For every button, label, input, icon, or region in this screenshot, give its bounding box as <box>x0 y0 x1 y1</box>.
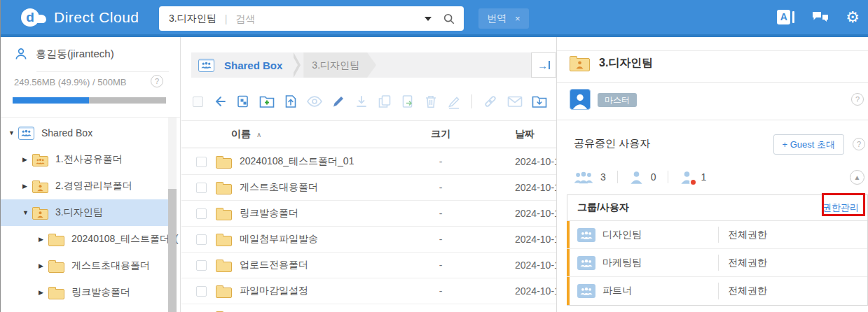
directcloud-logo[interactable]: d Direct Cloud <box>21 8 139 27</box>
tree-expand-arrow[interactable]: ▼ <box>8 129 18 136</box>
folder-icon <box>48 262 64 273</box>
translate-filter-chip[interactable]: 번역 × <box>478 8 529 29</box>
master-help-icon[interactable]: ? <box>851 93 864 106</box>
back-icon[interactable] <box>212 94 228 109</box>
file-row[interactable]: 게스트초대용폴더 - 2024-10-15 1 <box>181 175 556 201</box>
mail-icon[interactable] <box>507 94 523 108</box>
move-icon[interactable] <box>400 94 415 109</box>
tree-item[interactable]: ▼ Shared Box <box>0 120 168 146</box>
rename-pencil-icon[interactable] <box>331 94 346 109</box>
tree-item[interactable]: ▶ 메일첨부파일발송 <box>0 306 168 312</box>
user-count-icon <box>629 170 644 185</box>
new-folder-icon[interactable] <box>259 94 275 109</box>
row-checkbox[interactable] <box>196 260 207 271</box>
download-icon[interactable] <box>354 94 369 109</box>
group-row[interactable]: 디자인팀 전체권한 <box>567 221 867 249</box>
search-input[interactable] <box>235 13 425 24</box>
sidebar: 홍길동(jirantech) 249.56MB (49.9%) / 500MB … <box>0 37 181 312</box>
divider <box>668 171 668 183</box>
translator-icon[interactable]: A <box>777 10 795 24</box>
upload-icon[interactable] <box>283 94 298 109</box>
user-icon <box>14 47 28 61</box>
divider <box>557 120 868 120</box>
preview-eye-icon[interactable] <box>306 94 323 108</box>
row-checkbox[interactable] <box>196 234 207 245</box>
group-icon <box>577 228 595 242</box>
file-row[interactable] <box>181 304 556 312</box>
toolbar-separator <box>471 94 472 108</box>
tree-expand-arrow[interactable]: ▶ <box>22 156 32 163</box>
group-permission: 전체권한 <box>728 285 767 297</box>
link-icon[interactable] <box>482 94 499 109</box>
group-count: 3 <box>600 171 606 183</box>
folder-people-icon <box>32 156 48 166</box>
group-row[interactable]: 마케팅팀 전체권한 <box>567 249 867 277</box>
search-scope: 3.디자인팀 <box>159 13 216 25</box>
sign-pen-icon[interactable] <box>446 94 462 109</box>
file-row[interactable]: 메일첨부파일발송 - 2024-10-15 1 <box>181 227 556 253</box>
shared-help-icon[interactable]: ? <box>853 138 865 150</box>
storage-progress-fill <box>13 97 89 104</box>
divider <box>36 71 169 72</box>
search-icon[interactable] <box>443 13 455 25</box>
tree-item[interactable]: ▶ 1.전사공유폴더 <box>0 146 168 173</box>
tree-item[interactable]: ▶ 2.경영관리부폴더 <box>0 173 168 199</box>
tree-expand-arrow[interactable]: ▶ <box>39 262 48 269</box>
panel-title-text: 3.디자인팀 <box>599 56 653 71</box>
breadcrumb-current[interactable]: 3.디자인팀 <box>303 52 376 78</box>
file-size: - <box>420 285 462 297</box>
tree-expand-arrow[interactable]: ▼ <box>22 209 32 216</box>
breadcrumb-root[interactable]: Shared Box <box>224 59 282 71</box>
file-row[interactable]: 업로드전용폴더 - 2024-10-15 1 <box>181 253 556 278</box>
file-row[interactable]: 20240108_테스트폴더_01 - 2024-10-11 2 <box>181 149 556 175</box>
column-name[interactable]: 이름 ∧ <box>209 128 420 141</box>
search-dropdown-caret[interactable] <box>425 17 432 21</box>
guest-invite-button[interactable]: + Guest 초대 <box>773 134 845 155</box>
panel-collapse-button[interactable]: → <box>531 52 556 78</box>
divider <box>557 50 868 51</box>
row-checkbox[interactable] <box>196 286 207 297</box>
file-name: 게스트초대용폴더 <box>240 181 318 194</box>
file-list: 20240108_테스트폴더_01 - 2024-10-11 2 게스트초대용폴… <box>181 149 556 312</box>
sidebar-scrollbar-thumb[interactable] <box>168 189 177 312</box>
tree-item[interactable]: ▼ 3.디자인팀 <box>0 199 168 226</box>
storage-help-icon[interactable]: ? <box>151 75 163 87</box>
settings-gear-icon[interactable]: ⚙ <box>846 10 860 25</box>
select-all-checkbox[interactable] <box>193 97 203 107</box>
table-header: 이름 ∧ 크기 날짜 <box>181 120 556 148</box>
tree-expand-arrow[interactable]: ▶ <box>39 236 48 243</box>
tree-item[interactable]: ▶ 링크발송폴더 <box>0 279 168 306</box>
delete-trash-icon[interactable] <box>423 94 439 109</box>
sidebar-scrollbar-track[interactable] <box>168 118 177 312</box>
tree-item[interactable]: ▶ 20240108_테스트폴더_( <box>0 226 168 253</box>
group-name: 파트너 <box>602 285 632 297</box>
guest-count-icon <box>680 170 694 185</box>
permission-manage-link[interactable]: 권한관리 <box>822 201 859 214</box>
group-row[interactable]: 파트너 전체권한 <box>567 277 867 305</box>
column-date[interactable]: 날짜 <box>462 128 556 141</box>
tree-item[interactable]: ▶ 게스트초대용폴더 <box>0 253 168 279</box>
user-info[interactable]: 홍길동(jirantech) <box>14 47 114 61</box>
tree-expand-arrow[interactable]: ▶ <box>39 289 48 296</box>
file-row[interactable]: 파일마감일설정 - 2024-10-14 0 <box>181 278 556 304</box>
owner-avatar[interactable] <box>570 89 591 110</box>
folder-receive-icon[interactable] <box>531 94 548 109</box>
divider <box>718 227 719 243</box>
chat-icon[interactable] <box>812 10 829 24</box>
folder-person-icon <box>32 209 48 220</box>
group-user-table: 그룹/사용자 권한관리 디자인팀 전체권한 마케팅팀 전체권한 파트너 전체권한 <box>567 194 868 306</box>
copy-icon[interactable] <box>377 94 392 109</box>
search-box[interactable]: 3.디자인팀 | <box>159 6 464 31</box>
column-size[interactable]: 크기 <box>420 128 462 141</box>
tree-item-icon <box>32 153 48 166</box>
group-table-header: 그룹/사용자 권한관리 <box>567 195 867 221</box>
row-checkbox[interactable] <box>196 208 207 219</box>
collapse-chevron-icon[interactable]: ▲ <box>850 170 864 185</box>
row-checkbox[interactable] <box>196 157 207 167</box>
folder-icon <box>216 210 232 220</box>
row-checkbox[interactable] <box>196 183 207 193</box>
chip-close-icon[interactable]: × <box>515 13 521 24</box>
copy-move-icon[interactable] <box>235 94 251 109</box>
file-row[interactable]: 링크발송폴더 - 2024-10-15 1 <box>181 201 556 227</box>
tree-expand-arrow[interactable]: ▶ <box>22 183 32 190</box>
